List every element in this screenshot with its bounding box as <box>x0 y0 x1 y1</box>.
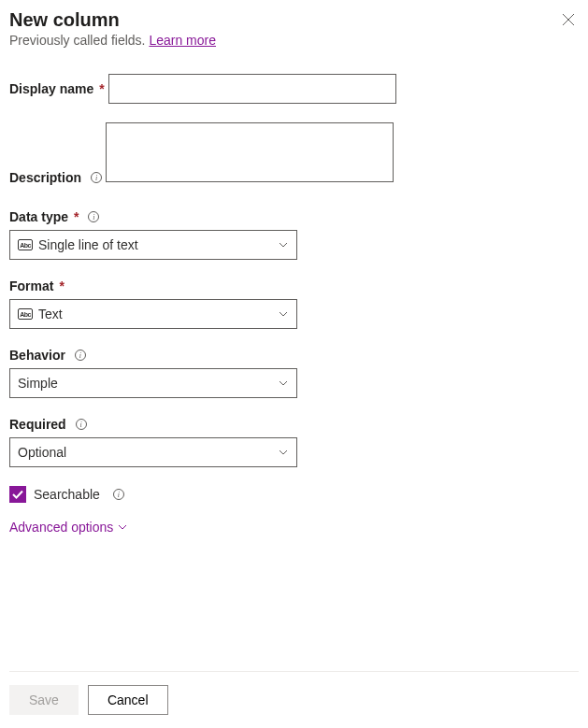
chevron-down-icon <box>278 378 289 389</box>
advanced-options-label: Advanced options <box>9 520 113 535</box>
info-icon[interactable]: i <box>75 350 86 361</box>
text-type-icon: Abc <box>18 308 33 320</box>
behavior-value: Simple <box>18 376 58 391</box>
description-label: Description i <box>9 170 102 185</box>
subtitle-text: Previously called fields. <box>9 33 149 48</box>
save-button[interactable]: Save <box>9 685 79 715</box>
panel-title: New column <box>9 9 216 31</box>
learn-more-link[interactable]: Learn more <box>149 33 216 48</box>
format-label: Format* <box>9 278 65 293</box>
required-select[interactable]: Optional <box>9 437 297 467</box>
text-type-icon: Abc <box>18 239 33 250</box>
display-name-input[interactable] <box>108 74 396 104</box>
behavior-label: Behavior i <box>9 348 86 363</box>
required-indicator: * <box>99 81 104 96</box>
cancel-button[interactable]: Cancel <box>88 685 168 715</box>
info-icon[interactable]: i <box>76 419 87 430</box>
behavior-select[interactable]: Simple <box>9 368 297 398</box>
chevron-down-icon <box>278 239 289 250</box>
info-icon[interactable]: i <box>113 489 124 500</box>
chevron-down-icon <box>278 308 289 320</box>
data-type-value: Single line of text <box>38 237 138 252</box>
chevron-down-icon <box>278 447 289 458</box>
close-icon <box>562 13 575 26</box>
close-button[interactable] <box>558 9 579 33</box>
advanced-options-toggle[interactable]: Advanced options <box>9 520 579 535</box>
data-type-select[interactable]: Abc Single line of text <box>9 230 297 260</box>
info-icon[interactable]: i <box>91 172 102 183</box>
check-icon <box>11 488 24 501</box>
searchable-label: Searchable <box>34 487 100 502</box>
format-select[interactable]: Abc Text <box>9 299 297 329</box>
searchable-checkbox[interactable] <box>9 486 26 503</box>
format-value: Text <box>38 307 63 321</box>
required-indicator: * <box>59 278 64 293</box>
info-icon[interactable]: i <box>88 211 99 222</box>
required-label: Required i <box>9 417 87 432</box>
required-indicator: * <box>74 209 79 224</box>
display-name-label: Display name* <box>9 81 105 96</box>
data-type-label: Data type* i <box>9 209 99 224</box>
chevron-down-icon <box>117 521 128 533</box>
required-value: Optional <box>18 445 66 460</box>
description-input[interactable] <box>106 122 394 182</box>
panel-subtitle: Previously called fields. Learn more <box>9 33 216 48</box>
